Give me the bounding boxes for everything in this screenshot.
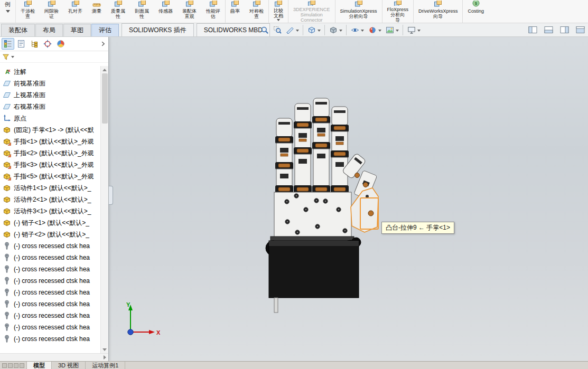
tree-item[interactable]: (-) cross recessed ctsk hea [0, 287, 100, 298]
tree-item[interactable]: 手指<3> (默认<<默认>_外观 [0, 159, 100, 171]
tree-item[interactable]: (-) cross recessed ctsk hea [0, 275, 100, 287]
view-tool-button[interactable] [303, 25, 323, 35]
tab-scroll-button[interactable] [2, 363, 7, 368]
panel-tab[interactable] [15, 38, 27, 50]
tree-item[interactable]: 原点 [0, 112, 100, 124]
screw-icon [3, 323, 12, 332]
panel-tab[interactable] [28, 38, 41, 50]
tree-item-label: 上视基准面 [14, 91, 45, 100]
panel-tab[interactable] [41, 38, 54, 50]
ribbon-button[interactable]: 干涉检 查 [16, 0, 40, 23]
scroll-down-button[interactable] [101, 346, 108, 353]
tree-item[interactable]: 活动件1<1> (默认<<默认>_ [0, 182, 100, 194]
ribbon-button[interactable]: 传感器 [154, 0, 178, 23]
tab-scroll-button[interactable] [20, 363, 24, 368]
commandmanager-tab[interactable]: SOLIDWORKS 插件 [122, 23, 194, 36]
ribbon-overflow-button[interactable]: 例 [0, 0, 16, 23]
base-unit[interactable] [266, 236, 361, 313]
pane-tabs: 模型 3D 视图 运动算例1 [27, 362, 125, 369]
view-tool-button[interactable] [384, 25, 401, 35]
hscroll-track[interactable] [0, 354, 101, 361]
tree-scrollbar[interactable] [100, 66, 108, 353]
featuremanager-filter[interactable] [0, 51, 108, 63]
ribbon-button[interactable]: 曲率 [225, 0, 245, 23]
view-tool-button[interactable] [403, 25, 423, 35]
tree-item-label: 右视基准面 [14, 102, 45, 111]
tree-item[interactable]: (-) 销子<1> (默认<<默认>_ [0, 217, 100, 229]
view-tool-button[interactable] [346, 25, 366, 35]
tree-item[interactable]: (固定) 手掌<1> -> (默认<<默 [0, 124, 100, 136]
tree-item[interactable]: 手指<1> (默认<<默认>_外观 [0, 136, 100, 147]
ribbon-button[interactable]: FloXpress 分析向 导 [382, 0, 414, 23]
component-icon [3, 230, 12, 239]
pane-control-button[interactable] [560, 26, 569, 34]
tree-item[interactable]: (-) cross recessed ctsk hea [0, 240, 100, 252]
ribbon-button[interactable]: DriveWorksXpress 向导 [413, 0, 462, 23]
ribbon-button[interactable]: 装配体 直观 [178, 0, 201, 23]
component-icon [3, 207, 12, 215]
ribbon-button[interactable]: 3DEXPERIENCE Simulation Connector [288, 0, 335, 23]
tree-item[interactable]: 前视基准面 [0, 78, 100, 89]
ribbon-button[interactable]: 孔对齐 [63, 0, 87, 23]
tree-item[interactable]: (-) cross recessed ctsk hea [0, 321, 100, 333]
panel-splitter-handle[interactable] [109, 186, 113, 205]
view-tool-button[interactable] [366, 25, 384, 35]
document-pane-tab[interactable]: 3D 视图 [52, 362, 86, 369]
screw-icon [3, 277, 12, 285]
tree-item[interactable]: 右视基准面 [0, 101, 100, 112]
tree-hscrollbar[interactable] [0, 353, 108, 361]
tree-item[interactable]: (-) 销子<2> (默认<<默认>_ [0, 229, 100, 240]
pane-control-button[interactable] [576, 26, 585, 34]
tab-scroll-button[interactable] [8, 363, 13, 368]
ribbon-button[interactable]: 质量属 性 [106, 0, 130, 23]
view-tool-button[interactable] [258, 25, 271, 35]
ribbon-button[interactable]: 剖面属 性 [130, 0, 154, 23]
pane-control-icons [528, 26, 585, 34]
commandmanager-tab[interactable]: 草图 [63, 24, 91, 36]
panel-tab[interactable] [2, 38, 14, 50]
tree-item[interactable]: 手指<5> (默认<<默认>_外观 [0, 171, 100, 182]
tree-item[interactable]: 活动件3<1> (默认<<默认>_ [0, 205, 100, 217]
scroll-up-button[interactable] [101, 66, 108, 73]
chevron-right-icon[interactable] [99, 41, 107, 47]
ribbon-button[interactable]: 性能评 估 [201, 0, 225, 23]
panel-tab[interactable] [54, 38, 67, 50]
tree-item[interactable]: A 注解 [0, 66, 100, 78]
commandmanager-tab[interactable]: 布局 [35, 24, 63, 36]
tab-label: SOLIDWORKS 插件 [129, 26, 186, 35]
command-manager-ribbon: 例 干涉检 查 间隙验 证 孔对齐 [0, 0, 588, 23]
scroll-track[interactable] [101, 73, 108, 346]
robot-hand-fingers[interactable] [275, 98, 349, 193]
ribbon-button-label: SimulationXpress 分析向导 [340, 8, 377, 19]
ribbon-button-label: 装配体 直观 [182, 8, 197, 19]
tree-item[interactable]: (-) cross recessed ctsk hea [0, 263, 100, 275]
tree-item[interactable]: 活动件2<1> (默认<<默认>_ [0, 194, 100, 205]
tree-item[interactable]: (-) cross recessed ctsk hea [0, 333, 100, 345]
hole-alignment-icon [71, 1, 80, 7]
selected-boss-extrude-face[interactable] [351, 188, 378, 232]
tab-scroll-button[interactable] [14, 363, 18, 368]
screw-icon [3, 335, 12, 343]
tree-item[interactable]: 手指<2> (默认<<默认>_外观 [0, 147, 100, 159]
tree-item[interactable]: 上视基准面 [0, 89, 100, 101]
view-tool-button[interactable] [271, 25, 284, 35]
pane-control-button[interactable] [544, 26, 553, 34]
ribbon-button[interactable]: 比较 文档 [268, 0, 288, 23]
pane-control-button[interactable] [528, 26, 537, 34]
scroll-thumb[interactable] [102, 73, 108, 124]
tree-item[interactable]: (-) cross recessed ctsk hea [0, 298, 100, 310]
commandmanager-tab[interactable]: 装配体 [1, 24, 35, 36]
ribbon-button[interactable]: 对称检 查 [245, 0, 268, 23]
ribbon-button[interactable]: 间隙验 证 [40, 0, 63, 23]
tree-item[interactable]: (-) cross recessed ctsk hea [0, 252, 100, 263]
document-pane-tab[interactable]: 模型 [27, 362, 52, 369]
document-pane-tab[interactable]: 运动算例1 [86, 362, 125, 369]
view-tool-button[interactable] [284, 25, 301, 35]
commandmanager-tab[interactable]: 评估 [91, 24, 119, 36]
view-tool-button[interactable] [324, 25, 344, 35]
tree-item[interactable]: (-) cross recessed ctsk hea [0, 310, 100, 321]
ribbon-button[interactable]: $ Costing [462, 0, 489, 23]
scroll-right-button[interactable] [101, 354, 108, 361]
ribbon-button[interactable]: SimulationXpress 分析向导 [335, 0, 382, 23]
ribbon-button[interactable]: 测量 [87, 0, 106, 23]
